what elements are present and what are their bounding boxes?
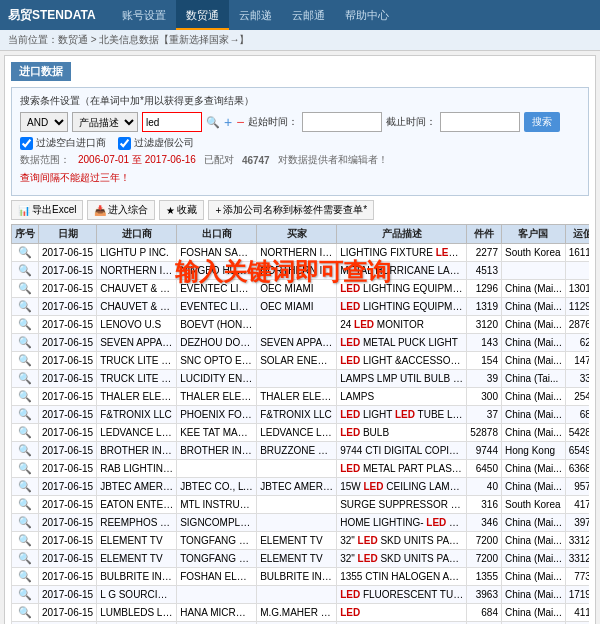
cell-exporter[interactable]: TONGFANG GLO... — [177, 550, 257, 568]
nav-account[interactable]: 账号设置 — [112, 0, 176, 30]
cell-importer[interactable]: CHAUVET & SON... — [97, 280, 177, 298]
cell-buyer[interactable]: BULBRITE INDUS... — [257, 568, 337, 586]
cell-importer[interactable]: L G SOURCING,I... — [97, 586, 177, 604]
add-company-button[interactable]: + 添加公司名称到标签件需要查单* — [208, 200, 374, 220]
col-header-exporter[interactable]: 出口商 — [177, 225, 257, 244]
row-search-icon[interactable]: 🔍 — [12, 334, 39, 352]
logic-select[interactable]: AND OR — [20, 112, 68, 132]
cell-exporter[interactable]: FOSHAN SANSH... — [177, 244, 257, 262]
cell-importer[interactable]: LUMBLEDS LLC — [97, 604, 177, 622]
cell-importer[interactable]: SEVEN APPAREL — [97, 334, 177, 352]
row-search-icon[interactable]: 🔍 — [12, 442, 39, 460]
row-search-icon[interactable]: 🔍 — [12, 532, 39, 550]
row-search-icon[interactable]: 🔍 — [12, 262, 39, 280]
row-search-icon[interactable]: 🔍 — [12, 244, 39, 262]
cell-exporter[interactable]: EVENTEC LIMITED — [177, 298, 257, 316]
cell-buyer[interactable]: NORTHERN INTE... — [257, 244, 337, 262]
cell-exporter[interactable]: MTL INSTRUMEN... — [177, 496, 257, 514]
import-synthesis-button[interactable]: 📥 进入综合 — [87, 200, 155, 220]
cell-buyer[interactable] — [257, 370, 337, 388]
cell-importer[interactable]: CHAUVET & SON... — [97, 298, 177, 316]
cell-buyer[interactable] — [257, 460, 337, 478]
cell-exporter[interactable]: KEE TAT MANUF... — [177, 424, 257, 442]
cell-importer[interactable]: ELEMENT TV — [97, 550, 177, 568]
cell-importer[interactable]: F&TRONIX LLC — [97, 406, 177, 424]
cell-importer[interactable]: EATON ENTERPR... — [97, 496, 177, 514]
cell-exporter[interactable]: BOEVT (HONG K... — [177, 316, 257, 334]
cell-importer[interactable]: NORTHERN INTE... — [97, 262, 177, 280]
cell-buyer[interactable]: SEVEN APPAREL — [257, 334, 337, 352]
cell-buyer[interactable] — [257, 514, 337, 532]
cell-buyer[interactable]: SOLAR ENERGY ... — [257, 352, 337, 370]
cell-exporter[interactable]: NINGBO HUAMA... — [177, 262, 257, 280]
cell-importer[interactable]: RAB LIGHTING INC — [97, 460, 177, 478]
add-condition-icon[interactable]: + — [224, 114, 232, 130]
cell-exporter[interactable]: LUCIDITY ENTER... — [177, 370, 257, 388]
cell-buyer[interactable] — [257, 316, 337, 334]
row-search-icon[interactable]: 🔍 — [12, 478, 39, 496]
row-search-icon[interactable]: 🔍 — [12, 568, 39, 586]
cell-buyer[interactable]: F&TRONIX LLC — [257, 406, 337, 424]
row-search-icon[interactable]: 🔍 — [12, 586, 39, 604]
cell-exporter[interactable]: FOSHAN ELECTR... — [177, 568, 257, 586]
cell-buyer[interactable]: ELEMENT TV — [257, 532, 337, 550]
row-search-icon[interactable]: 🔍 — [12, 424, 39, 442]
col-header-date[interactable]: 日期 — [39, 225, 97, 244]
cell-exporter[interactable]: SIGNCOMPLEXLTD — [177, 514, 257, 532]
search-button[interactable]: 搜索 — [524, 112, 560, 132]
col-header-value[interactable]: 运值 — [565, 225, 589, 244]
cell-buyer[interactable]: THALER ELECTRIC — [257, 388, 337, 406]
remove-condition-icon[interactable]: − — [236, 114, 244, 130]
row-search-icon[interactable]: 🔍 — [12, 496, 39, 514]
cell-exporter[interactable]: BROTHER INDUS... — [177, 442, 257, 460]
row-search-icon[interactable]: 🔍 — [12, 370, 39, 388]
cell-buyer[interactable]: ELEMENT TV — [257, 550, 337, 568]
cell-exporter[interactable]: THALER ELECTRIC — [177, 388, 257, 406]
cell-exporter[interactable] — [177, 460, 257, 478]
cell-importer[interactable]: LIGHTU P INC. — [97, 244, 177, 262]
cell-buyer[interactable]: LEDVANCE LLC — [257, 424, 337, 442]
row-search-icon[interactable]: 🔍 — [12, 514, 39, 532]
col-header-importer[interactable]: 进口商 — [97, 225, 177, 244]
cell-exporter[interactable]: DEZHOU DODO ... — [177, 334, 257, 352]
cell-importer[interactable]: ELEMENT TV — [97, 532, 177, 550]
cell-buyer[interactable]: OEC MIAMI — [257, 280, 337, 298]
cell-buyer[interactable]: M.G.MAHER & C... — [257, 604, 337, 622]
col-header-desc[interactable]: 产品描述 — [337, 225, 467, 244]
row-search-icon[interactable]: 🔍 — [12, 352, 39, 370]
row-search-icon[interactable]: 🔍 — [12, 406, 39, 424]
cell-exporter[interactable] — [177, 586, 257, 604]
cell-buyer[interactable]: OEC MIAMI — [257, 298, 337, 316]
cell-buyer[interactable]: BRUZZONE SHIP... — [257, 442, 337, 460]
cell-buyer[interactable] — [257, 496, 337, 514]
cell-buyer[interactable]: NORTHERN INTE... — [257, 262, 337, 280]
keyword-input[interactable]: led — [142, 112, 202, 132]
cell-importer[interactable]: TRUCK LITE COM... — [97, 370, 177, 388]
col-header-country[interactable]: 客户国 — [501, 225, 565, 244]
col-header-buyer[interactable]: 买家 — [257, 225, 337, 244]
row-search-icon[interactable]: 🔍 — [12, 316, 39, 334]
start-date-input[interactable]: 2016-01-01 — [302, 112, 382, 132]
export-excel-button[interactable]: 📊 导出Excel — [11, 200, 83, 220]
cell-exporter[interactable]: HANA MICROELE... — [177, 604, 257, 622]
cell-importer[interactable]: JBTEC AMERICA... — [97, 478, 177, 496]
row-search-icon[interactable]: 🔍 — [12, 604, 39, 622]
field-select[interactable]: 产品描述 进口商 出口商 买家 — [72, 112, 138, 132]
row-search-icon[interactable]: 🔍 — [12, 298, 39, 316]
cell-importer[interactable]: BROTHER INTER... — [97, 442, 177, 460]
nav-cloudtong[interactable]: 云邮通 — [282, 0, 335, 30]
cell-buyer[interactable] — [257, 586, 337, 604]
checkbox-fake-company[interactable]: 过滤虚假公司 — [118, 136, 194, 150]
cell-buyer[interactable]: JBTEC AMERICA... — [257, 478, 337, 496]
cell-importer[interactable]: REEMPHOS TECH... — [97, 514, 177, 532]
nav-cloudmail[interactable]: 云邮递 — [229, 0, 282, 30]
cell-importer[interactable]: TRUCK LITE COM... — [97, 352, 177, 370]
cell-importer[interactable]: LENOVO U.S — [97, 316, 177, 334]
row-search-icon[interactable]: 🔍 — [12, 280, 39, 298]
cell-exporter[interactable]: JBTEC CO., LTD. — [177, 478, 257, 496]
checkbox-no-importer[interactable]: 过滤空白进口商 — [20, 136, 106, 150]
collect-button[interactable]: ★ 收藏 — [159, 200, 204, 220]
cell-importer[interactable]: LEDVANCE LLC — [97, 424, 177, 442]
cell-exporter[interactable]: EVENTEC LIMITED — [177, 280, 257, 298]
cell-importer[interactable]: THALER ELECTRIC — [97, 388, 177, 406]
